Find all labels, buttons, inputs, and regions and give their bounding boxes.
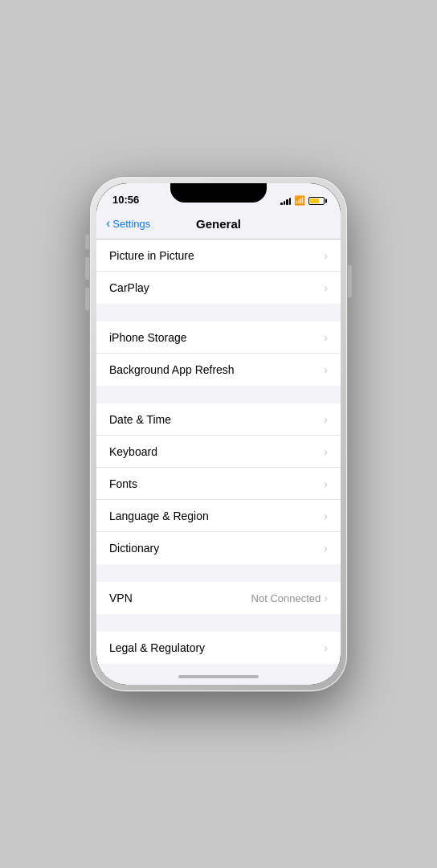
status-time: 10:56 bbox=[112, 194, 139, 206]
settings-row-background-app-refresh[interactable]: Background App Refresh › bbox=[96, 354, 341, 386]
home-indicator bbox=[96, 669, 341, 685]
row-right: › bbox=[324, 477, 328, 490]
chevron-right-icon: › bbox=[324, 542, 328, 555]
chevron-right-icon: › bbox=[324, 641, 328, 654]
notch bbox=[170, 183, 267, 203]
chevron-right-icon: › bbox=[324, 592, 328, 604]
battery-icon bbox=[308, 197, 325, 205]
row-label: CarPlay bbox=[109, 281, 149, 294]
row-label: Language & Region bbox=[109, 510, 209, 522]
scroll-content: Picture in Picture › CarPlay › bbox=[96, 240, 341, 669]
wifi-icon: 📶 bbox=[294, 195, 305, 206]
settings-row-picture-in-picture[interactable]: Picture in Picture › bbox=[96, 240, 341, 272]
chevron-right-icon: › bbox=[324, 477, 328, 490]
settings-row-legal-regulatory[interactable]: Legal & Regulatory › bbox=[96, 632, 341, 664]
status-icons: 📶 bbox=[280, 195, 325, 206]
chevron-right-icon: › bbox=[324, 331, 328, 344]
back-label: Settings bbox=[112, 218, 150, 230]
row-label: iPhone Storage bbox=[109, 331, 187, 344]
volume-up-button[interactable] bbox=[85, 257, 89, 280]
row-right: › bbox=[324, 281, 328, 294]
chevron-right-icon: › bbox=[324, 510, 328, 522]
phone-screen: 10:56 📶 ‹ Settings General bbox=[96, 183, 341, 685]
settings-group-2: iPhone Storage › Background App Refresh … bbox=[96, 321, 341, 386]
settings-row-vpn[interactable]: VPN Not Connected › bbox=[96, 582, 341, 614]
silent-switch[interactable] bbox=[85, 235, 89, 249]
settings-row-carplay[interactable]: CarPlay › bbox=[96, 272, 341, 304]
battery-fill bbox=[310, 199, 319, 203]
back-button[interactable]: ‹ Settings bbox=[106, 217, 150, 231]
chevron-right-icon: › bbox=[324, 363, 328, 376]
settings-group-1: Picture in Picture › CarPlay › bbox=[96, 240, 341, 304]
row-right: › bbox=[324, 363, 328, 376]
settings-row-dictionary[interactable]: Dictionary › bbox=[96, 532, 341, 564]
settings-row-keyboard[interactable]: Keyboard › bbox=[96, 436, 341, 468]
spacer bbox=[96, 304, 341, 321]
chevron-right-icon: › bbox=[324, 281, 328, 294]
row-label: Fonts bbox=[109, 477, 137, 490]
volume-down-button[interactable] bbox=[85, 288, 89, 310]
home-bar bbox=[178, 675, 259, 678]
row-label: Background App Refresh bbox=[109, 363, 235, 376]
row-right: Not Connected › bbox=[251, 592, 328, 604]
settings-row-fonts[interactable]: Fonts › bbox=[96, 468, 341, 500]
signal-icon bbox=[280, 197, 291, 205]
row-right: › bbox=[324, 542, 328, 555]
navigation-bar: ‹ Settings General bbox=[96, 209, 341, 240]
settings-row-language-region[interactable]: Language & Region › bbox=[96, 500, 341, 532]
row-right: › bbox=[324, 413, 328, 426]
settings-row-iphone-storage[interactable]: iPhone Storage › bbox=[96, 321, 341, 354]
phone-frame: 10:56 📶 ‹ Settings General bbox=[90, 177, 347, 691]
chevron-right-icon: › bbox=[324, 249, 328, 262]
row-label: VPN bbox=[109, 592, 133, 604]
row-label: Legal & Regulatory bbox=[109, 641, 205, 654]
spacer bbox=[96, 564, 341, 582]
vpn-status: Not Connected bbox=[251, 592, 321, 604]
row-label: Picture in Picture bbox=[109, 249, 194, 262]
row-right: › bbox=[324, 445, 328, 458]
power-button[interactable] bbox=[348, 265, 352, 297]
row-right: › bbox=[324, 641, 328, 654]
row-label: Dictionary bbox=[109, 542, 159, 555]
settings-row-date-time[interactable]: Date & Time › bbox=[96, 403, 341, 436]
settings-group-legal: Legal & Regulatory › bbox=[96, 632, 341, 664]
row-right: › bbox=[324, 249, 328, 262]
row-label: Date & Time bbox=[109, 413, 171, 426]
spacer bbox=[96, 614, 341, 632]
settings-group-3: Date & Time › Keyboard › Fonts bbox=[96, 403, 341, 564]
back-chevron-icon: ‹ bbox=[106, 216, 110, 231]
page-title: General bbox=[196, 217, 241, 231]
chevron-right-icon: › bbox=[324, 445, 328, 458]
row-label: Keyboard bbox=[109, 445, 157, 458]
spacer bbox=[96, 386, 341, 403]
chevron-right-icon: › bbox=[324, 413, 328, 426]
row-right: › bbox=[324, 510, 328, 522]
row-right: › bbox=[324, 331, 328, 344]
settings-group-vpn: VPN Not Connected › bbox=[96, 582, 341, 614]
screen-content: 10:56 📶 ‹ Settings General bbox=[96, 183, 341, 685]
